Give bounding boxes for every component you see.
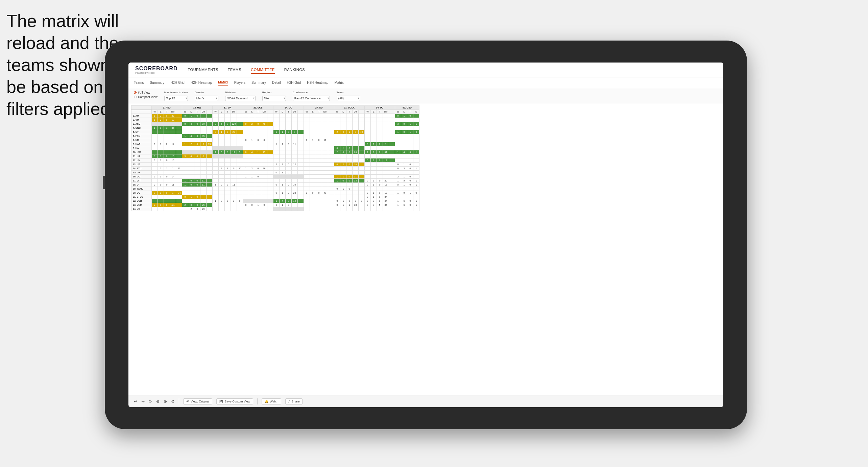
conference-select[interactable]: Pac-12 Conference (All)	[293, 96, 330, 101]
nav-teams[interactable]: TEAMS	[228, 66, 241, 74]
zoom-in-icon[interactable]: ⊕	[164, 399, 167, 404]
nav-tournaments[interactable]: TOURNAMENTS	[188, 66, 218, 74]
gender-select[interactable]: Men's Women's	[195, 96, 218, 101]
full-view-option[interactable]: Full View	[134, 91, 158, 94]
refresh-icon[interactable]: ⟳	[149, 399, 152, 404]
row-label-uw: 10. UW	[131, 150, 152, 154]
col-header-uw: 10. UW	[182, 106, 213, 110]
compact-view-option[interactable]: Compact View	[134, 95, 158, 99]
table-row: 14. TTU 21122 21030 12026 0301	[131, 167, 419, 171]
sh-su-l: L	[310, 110, 316, 114]
region-select[interactable]: N/A	[262, 96, 286, 101]
settings-icon[interactable]: ⚙	[171, 399, 175, 404]
table-row: 18. U 20011 10011 10011 01010 01013 5101	[131, 183, 419, 187]
subnav-players[interactable]: Players	[234, 79, 245, 86]
table-row: 24. UO 2029	[131, 207, 419, 211]
subheader-empty	[131, 110, 152, 114]
row-label-uv: 12. UV	[131, 158, 152, 163]
table-row: 3. ASU 04080 050120 02048 3011	[131, 122, 419, 126]
subnav-teams[interactable]: Teams	[134, 79, 144, 86]
sh-uo-sp	[298, 110, 304, 114]
region-filter: Region N/A	[262, 91, 286, 101]
sh-uu-sp	[389, 110, 395, 114]
sh-uu-w: W	[365, 110, 371, 114]
table-row: 10. UW 130113 04173 25066 12051 1451	[131, 150, 419, 154]
zoom-out-icon[interactable]: ⊖	[156, 399, 160, 404]
row-label-uf: 15. UF	[131, 171, 152, 175]
subnav-matrix[interactable]: Matrix	[218, 79, 228, 86]
subnav-h2hgrid-2[interactable]: H2H Grid	[287, 79, 301, 86]
watch-button[interactable]: 🔔 Watch	[262, 398, 281, 404]
gender-select-wrap: Men's Women's	[195, 95, 218, 101]
table-row: 13. UT 22012 02018 010	[131, 163, 419, 167]
subnav-detail[interactable]: Detail	[272, 79, 281, 86]
table-row: 4. UNC 10136	[131, 126, 419, 130]
matrix-wrapper[interactable]: 3. ASU 10. UW 11. UA 22. UCB 24. UO 27. …	[131, 105, 721, 211]
logo-text: SCOREBOARD	[135, 66, 178, 72]
subnav-h2hgrid-1[interactable]: H2H Grid	[170, 79, 185, 86]
sh-asu-l: L	[158, 110, 164, 114]
matrix-table: 3. ASU 10. UW 11. UA 22. UCB 24. UO 27. …	[131, 105, 419, 211]
sh-uw-w: W	[182, 110, 188, 114]
table-row: 21. ETSU 010 01034	[131, 195, 419, 199]
sh-su-t: T	[316, 110, 322, 114]
view-original-button[interactable]: 👁 View: Original	[183, 398, 212, 404]
subnav-h2hheatmap-2[interactable]: H2H Heatmap	[307, 79, 328, 86]
logo-sub: Powered by clippd	[135, 72, 178, 74]
watch-label: Watch	[270, 400, 278, 403]
sh-ucb-w: W	[243, 110, 249, 114]
row-label-ug: 20. UG	[131, 191, 152, 195]
compact-view-label: Compact View	[138, 95, 158, 99]
corner-cell	[131, 106, 152, 110]
table-row: 12. UV 01010 01013	[131, 158, 419, 163]
save-custom-label: Save Custom View	[224, 400, 250, 403]
max-teams-select[interactable]: Top 25 Top 50 All	[164, 96, 188, 101]
team-filter: Team (All)	[337, 91, 360, 101]
share-button[interactable]: ⤴ Share	[285, 398, 303, 404]
subnav-h2hheatmap-1[interactable]: H2H Heatmap	[191, 79, 212, 86]
sh-asu-sp	[176, 110, 182, 114]
subnav-matrix-2[interactable]: Matrix	[335, 79, 344, 86]
table-row: 20. UG 0101-34 01023 10040 01013 1010	[131, 191, 419, 195]
save-custom-button[interactable]: 💾 Save Custom View	[216, 398, 253, 404]
row-label-tamu: 19. TAMU	[131, 187, 152, 191]
team-label: Team	[337, 91, 360, 94]
table-row: 6. FSU 14035	[131, 134, 419, 138]
row-label-unc: 4. UNC	[131, 126, 152, 130]
nav-rankings[interactable]: RANKINGS	[284, 66, 305, 74]
undo-icon[interactable]: ↩	[134, 399, 137, 404]
redo-icon[interactable]: ↪	[141, 399, 145, 404]
row-label-uo2: 24. UO	[131, 207, 152, 211]
sh-osu-w: W	[395, 110, 401, 114]
sh-uo-dif: Dif	[292, 110, 298, 114]
row-label-ua: 9. UA	[131, 146, 152, 150]
row-label-u: 18. U	[131, 183, 152, 187]
row-label-asu: 3. ASU	[131, 122, 152, 126]
logo-area: SCOREBOARD Powered by clippd	[135, 66, 178, 74]
sh-ucla-w: W	[334, 110, 340, 114]
sh-uo-w: W	[273, 110, 280, 114]
gender-filter: Gender Men's Women's	[195, 91, 218, 101]
sh-osu-l: L	[401, 110, 407, 114]
team-select[interactable]: (All)	[337, 96, 360, 101]
table-row: 1. AU 12023 010 010	[131, 114, 419, 118]
division-select[interactable]: NCAA Division I NCAA Division II NCAA Di…	[225, 96, 256, 101]
region-label: Region	[262, 91, 286, 94]
max-teams-filter: Max teams in view Top 25 Top 50 All	[164, 91, 188, 101]
nav-committee[interactable]: COMMITTEE	[251, 66, 275, 74]
conference-filter: Conference Pac-12 Conference (All)	[293, 91, 330, 101]
col-header-osu: 57. OSU	[395, 106, 419, 110]
matrix-content-area: 3. ASU 10. UW 11. UA 22. UCB 24. UO 27. …	[128, 104, 723, 391]
table-row: 19. TAMU 010	[131, 187, 419, 191]
sh-uw-t: T	[194, 110, 200, 114]
max-teams-label: Max teams in view	[164, 91, 188, 94]
sh-ua-l: L	[219, 110, 225, 114]
sh-uu-dif: Dif	[383, 110, 389, 114]
toolbar-separator	[179, 398, 179, 404]
row-label-uo: 16. UO	[131, 175, 152, 179]
sh-ua-dif: Dif	[231, 110, 237, 114]
subnav-summary-1[interactable]: Summary	[150, 79, 164, 86]
watch-icon: 🔔	[265, 400, 268, 403]
max-teams-select-wrap: Top 25 Top 50 All	[164, 95, 188, 101]
subnav-summary-2[interactable]: Summary	[251, 79, 266, 86]
